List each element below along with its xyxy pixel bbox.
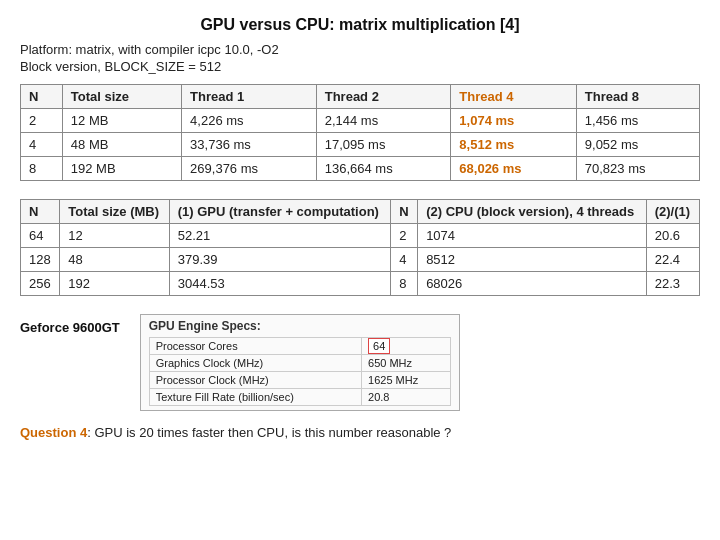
table1-cell-2-2: 269,376 ms bbox=[182, 157, 317, 181]
spec-row-2: Processor Clock (MHz)1625 MHz bbox=[149, 372, 450, 389]
table2-cell-1-n2: 4 bbox=[391, 248, 418, 272]
col-n: N bbox=[21, 200, 60, 224]
spec-label-2: Processor Clock (MHz) bbox=[149, 372, 361, 389]
table1-cell-1-3: 17,095 ms bbox=[316, 133, 451, 157]
table2-cell-2-cpu: 68026 bbox=[418, 272, 647, 296]
table1-cell-0-4: 1,074 ms bbox=[451, 109, 576, 133]
table1-cell-0-2: 4,226 ms bbox=[182, 109, 317, 133]
spec-row-3: Texture Fill Rate (billion/sec)20.8 bbox=[149, 389, 450, 406]
table2-row-0: 641252.212107420.6 bbox=[21, 224, 700, 248]
table2-cell-0-cpu: 1074 bbox=[418, 224, 647, 248]
table2-cell-2-ratio: 22.3 bbox=[646, 272, 699, 296]
table1-header-3: Thread 2 bbox=[316, 85, 451, 109]
table1-header-5: Thread 8 bbox=[576, 85, 699, 109]
question-text: : GPU is 20 times faster then CPU, is th… bbox=[87, 425, 451, 440]
table1-row-0: 212 MB4,226 ms2,144 ms1,074 ms1,456 ms bbox=[21, 109, 700, 133]
table2-cell-0-n2: 2 bbox=[391, 224, 418, 248]
bottom-section: Geforce 9600GT GPU Engine Specs: Process… bbox=[20, 314, 700, 411]
spec-row-0: Processor Cores64 bbox=[149, 338, 450, 355]
table1-cell-1-1: 48 MB bbox=[62, 133, 181, 157]
question-label: Question 4 bbox=[20, 425, 87, 440]
geforce-label: Geforce 9600GT bbox=[20, 314, 120, 335]
platform-info: Platform: matrix, with compiler icpc 10.… bbox=[20, 42, 700, 57]
table1-cell-2-5: 70,823 ms bbox=[576, 157, 699, 181]
table1-cell-1-2: 33,736 ms bbox=[182, 133, 317, 157]
table2-row-2: 2561923044.5386802622.3 bbox=[21, 272, 700, 296]
page-title: GPU versus CPU: matrix multiplication [4… bbox=[20, 16, 700, 34]
spec-label-3: Texture Fill Rate (billion/sec) bbox=[149, 389, 361, 406]
table1-cell-1-5: 9,052 ms bbox=[576, 133, 699, 157]
spec-value-0: 64 bbox=[362, 338, 451, 355]
table1-header-0: N bbox=[21, 85, 63, 109]
table2-cell-0-n: 64 bbox=[21, 224, 60, 248]
table1-header-1: Total size bbox=[62, 85, 181, 109]
table1-cell-2-3: 136,664 ms bbox=[316, 157, 451, 181]
table1-cell-2-1: 192 MB bbox=[62, 157, 181, 181]
table1-cell-2-0: 8 bbox=[21, 157, 63, 181]
table1-cell-0-0: 2 bbox=[21, 109, 63, 133]
table2-cell-0-size: 12 bbox=[60, 224, 169, 248]
table2-cell-0-gpu: 52.21 bbox=[169, 224, 391, 248]
col-total-size: Total size (MB) bbox=[60, 200, 169, 224]
block-info: Block version, BLOCK_SIZE = 512 bbox=[20, 59, 700, 74]
table1-row-2: 8192 MB269,376 ms136,664 ms68,026 ms70,8… bbox=[21, 157, 700, 181]
table2-cell-1-cpu: 8512 bbox=[418, 248, 647, 272]
spec-label-1: Graphics Clock (MHz) bbox=[149, 355, 361, 372]
table2-cell-1-size: 48 bbox=[60, 248, 169, 272]
col-ratio: (2)/(1) bbox=[646, 200, 699, 224]
table1-cell-1-0: 4 bbox=[21, 133, 63, 157]
col-gpu: (1) GPU (transfer + computation) bbox=[169, 200, 391, 224]
table1-header-2: Thread 1 bbox=[182, 85, 317, 109]
col-n2: N bbox=[391, 200, 418, 224]
gpu-specs-box: GPU Engine Specs: Processor Cores64Graph… bbox=[140, 314, 460, 411]
spec-label-0: Processor Cores bbox=[149, 338, 361, 355]
thread-comparison-table: NTotal sizeThread 1Thread 2Thread 4Threa… bbox=[20, 84, 700, 181]
table2-cell-2-gpu: 3044.53 bbox=[169, 272, 391, 296]
spec-value-3: 20.8 bbox=[362, 389, 451, 406]
col-cpu: (2) CPU (block version), 4 threads bbox=[418, 200, 647, 224]
specs-table: Processor Cores64Graphics Clock (MHz)650… bbox=[149, 337, 451, 406]
table1-cell-0-1: 12 MB bbox=[62, 109, 181, 133]
table1-cell-1-4: 8,512 ms bbox=[451, 133, 576, 157]
table2-row-1: 12848379.394851222.4 bbox=[21, 248, 700, 272]
table2-cell-1-gpu: 379.39 bbox=[169, 248, 391, 272]
gpu-cpu-comparison-table: N Total size (MB) (1) GPU (transfer + co… bbox=[20, 199, 700, 296]
table2-cell-2-n: 256 bbox=[21, 272, 60, 296]
table2-cell-0-ratio: 20.6 bbox=[646, 224, 699, 248]
spec-row-1: Graphics Clock (MHz)650 MHz bbox=[149, 355, 450, 372]
gpu-specs-title: GPU Engine Specs: bbox=[149, 319, 451, 333]
table1-cell-2-4: 68,026 ms bbox=[451, 157, 576, 181]
spec-value-2: 1625 MHz bbox=[362, 372, 451, 389]
table1-header-4: Thread 4 bbox=[451, 85, 576, 109]
table2-cell-1-n: 128 bbox=[21, 248, 60, 272]
table2-cell-2-n2: 8 bbox=[391, 272, 418, 296]
spec-value-box-0: 64 bbox=[368, 338, 390, 354]
table1-row-1: 448 MB33,736 ms17,095 ms8,512 ms9,052 ms bbox=[21, 133, 700, 157]
table2-cell-1-ratio: 22.4 bbox=[646, 248, 699, 272]
spec-value-1: 650 MHz bbox=[362, 355, 451, 372]
table2-cell-2-size: 192 bbox=[60, 272, 169, 296]
table1-cell-0-3: 2,144 ms bbox=[316, 109, 451, 133]
table1-cell-0-5: 1,456 ms bbox=[576, 109, 699, 133]
question-line: Question 4: GPU is 20 times faster then … bbox=[20, 425, 700, 440]
